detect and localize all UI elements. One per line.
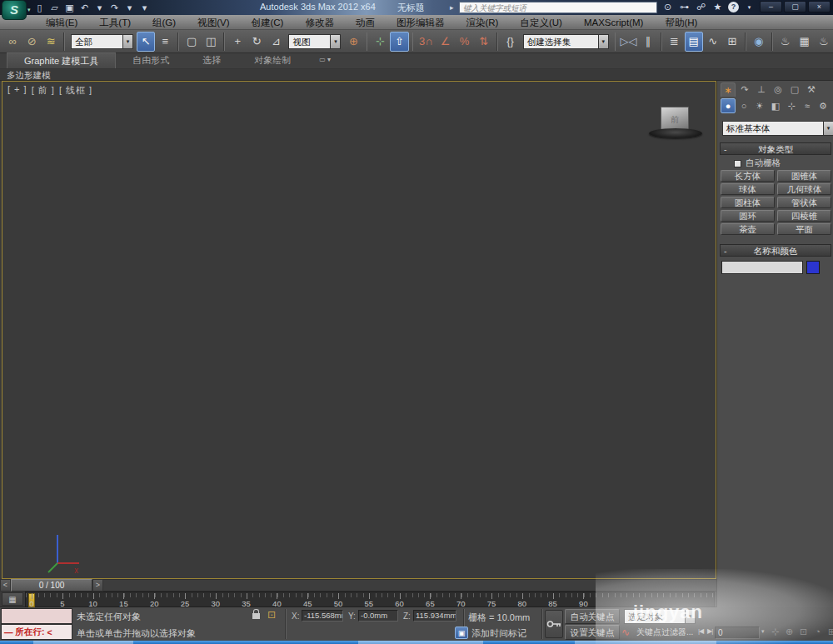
qat-customize-icon[interactable]: ▾ — [138, 2, 151, 13]
maxscript-mini-listener[interactable] — [1, 608, 72, 624]
selection-lock-icon[interactable] — [252, 613, 260, 619]
display-tab-icon[interactable]: ▢ — [787, 82, 802, 97]
ribbon-tab-0[interactable]: Graphite 建模工具 — [7, 52, 116, 68]
viewport[interactable]: [ + ] [ 前 ] [ 线框 ] 前 x — [2, 81, 716, 579]
maximize-button[interactable]: ▢ — [784, 1, 806, 12]
select-scale-icon[interactable]: ⊿ — [267, 32, 285, 52]
y-coordinate-field[interactable]: -0.0mm — [358, 610, 398, 622]
current-frame-field[interactable]: 0 — [715, 627, 760, 639]
object-type-button[interactable]: 圆锥体 — [777, 170, 831, 182]
selection-filter-dropdown[interactable]: 全部▾ — [71, 34, 133, 49]
menu-item-9[interactable]: 自定义(U) — [509, 15, 572, 30]
rectangular-selection-icon[interactable]: ▢ — [182, 32, 201, 52]
help-dropdown-icon[interactable]: ▾ — [743, 4, 756, 11]
hierarchy-tab-icon[interactable]: ⊥ — [754, 82, 769, 97]
previous-frame-button[interactable]: < — [0, 579, 11, 592]
app-logo-icon[interactable]: S — [2, 0, 27, 20]
subscription-key-icon[interactable]: ⊶ — [678, 2, 691, 12]
viewport-menu-pov[interactable]: [ 前 ] — [32, 84, 55, 97]
motion-tab-icon[interactable]: ◎ — [771, 82, 786, 97]
collapse-icon[interactable]: - — [724, 245, 727, 257]
layer-manager-icon[interactable]: ≣ — [666, 32, 684, 52]
viewcube-ring[interactable] — [649, 128, 702, 138]
ribbon-minimize-icon[interactable]: ▭ ▾ — [319, 52, 331, 68]
redo-dropdown-icon[interactable]: ▾ — [123, 2, 136, 13]
select-manipulate-icon[interactable]: ⊹ — [371, 32, 389, 52]
create-tab-icon[interactable]: ∗ — [721, 82, 736, 97]
redo-icon[interactable]: ↷ — [108, 2, 121, 13]
lights-category-icon[interactable]: ☀ — [752, 98, 767, 113]
track-bar-ruler[interactable]: 051015202530354045505560657075808590 — [25, 592, 715, 607]
mirror-icon[interactable]: ▷◁ — [619, 32, 637, 52]
material-editor-icon[interactable]: ◉ — [750, 32, 768, 52]
maxscript-listener-line[interactable]: — 所在行: < — [1, 624, 72, 640]
object-type-button[interactable]: 球体 — [721, 183, 775, 195]
object-type-button[interactable]: 四棱锥 — [777, 210, 831, 222]
schematic-view-icon[interactable]: ⊞ — [723, 32, 741, 52]
z-coordinate-field[interactable]: 115.934mm — [413, 610, 456, 622]
render-setup-icon[interactable]: ♨ — [776, 32, 795, 52]
ribbon-panel-row[interactable]: 多边形建模 — [0, 69, 833, 81]
cameras-category-icon[interactable]: ◧ — [768, 98, 783, 113]
menu-item-5[interactable]: 修改器 — [294, 15, 345, 30]
angle-snap-icon[interactable]: ∠ — [436, 32, 454, 52]
bind-to-spacewarp-icon[interactable]: ≋ — [42, 32, 60, 52]
menu-item-3[interactable]: 视图(V) — [187, 15, 240, 30]
chevron-down-icon[interactable]: ▾ — [330, 34, 341, 49]
geometry-category-icon[interactable]: ● — [721, 98, 736, 113]
infocenter-collapse-icon[interactable]: ▸ — [450, 3, 454, 12]
zoom-extents-icon[interactable]: ⊡ — [798, 627, 809, 638]
graphite-toggle-icon[interactable]: ▤ — [685, 32, 703, 52]
menu-item-1[interactable]: 工具(T) — [88, 15, 142, 30]
name-color-rollout[interactable]: - 名称和颜色 — [720, 244, 831, 257]
x-coordinate-field[interactable]: -115.568mm — [302, 610, 343, 622]
key-mode-dropdown[interactable]: 选定对象 ▾ — [624, 609, 696, 624]
snaps-toggle-icon[interactable]: 3∩ — [416, 32, 435, 52]
object-color-swatch[interactable] — [806, 261, 820, 274]
next-frame-icon[interactable]: ▶| — [707, 627, 712, 635]
object-type-button[interactable]: 圆柱体 — [721, 197, 775, 208]
select-and-link-icon[interactable]: ∞ — [3, 32, 22, 52]
select-rotate-icon[interactable]: ↻ — [247, 32, 266, 52]
chevron-down-icon[interactable]: ▾ — [598, 34, 609, 49]
chevron-down-icon[interactable]: ▾ — [122, 34, 133, 49]
ribbon-tab-2[interactable]: 选择 — [186, 52, 237, 68]
auto-key-button[interactable]: 自动关键点 — [565, 609, 620, 624]
percent-snap-icon[interactable]: % — [456, 32, 474, 52]
viewport-menu-general[interactable]: [ + ] — [7, 84, 27, 97]
mini-curve-editor-button[interactable]: ▦ — [2, 592, 23, 606]
add-time-tag[interactable]: 添加时间标记 — [471, 627, 526, 640]
minimize-button[interactable]: – — [760, 1, 782, 12]
time-slider-track[interactable] — [103, 579, 716, 591]
ribbon-tab-3[interactable]: 对象绘制 — [237, 52, 307, 68]
keyboard-override-icon[interactable]: ⇧ — [390, 32, 408, 52]
select-by-name-icon[interactable]: ≡ — [156, 32, 174, 52]
rendered-frame-icon[interactable]: ▦ — [796, 32, 814, 52]
object-type-button[interactable]: 管状体 — [777, 197, 831, 208]
set-key-button[interactable]: 设置关键点 — [565, 625, 620, 640]
app-menu-arrow-icon[interactable]: ▾ — [27, 7, 31, 13]
ribbon-tab-1[interactable]: 自由形式 — [116, 52, 186, 68]
menu-item-0[interactable]: 编辑(E) — [35, 15, 88, 30]
utilities-tab-icon[interactable]: ⚒ — [804, 82, 819, 97]
systems-category-icon[interactable]: ⚙ — [816, 98, 831, 113]
undo-icon[interactable]: ↶ — [78, 2, 91, 13]
spinner-snap-icon[interactable]: ⇅ — [475, 32, 493, 52]
object-name-input[interactable] — [721, 261, 803, 274]
menu-item-10[interactable]: MAXScript(M) — [573, 15, 655, 30]
next-frame-button[interactable]: > — [92, 579, 103, 592]
object-type-button[interactable]: 几何球体 — [777, 183, 831, 195]
menu-item-6[interactable]: 动画 — [345, 15, 386, 30]
menu-item-11[interactable]: 帮助(H) — [654, 15, 708, 30]
undo-dropdown-icon[interactable]: ▾ — [93, 2, 106, 13]
maximize-viewport-icon[interactable]: ⊞ — [826, 627, 833, 638]
viewport-menu-shading[interactable]: [ 线框 ] — [59, 84, 92, 97]
close-button[interactable]: × — [808, 1, 831, 12]
set-key-toggle-button[interactable] — [545, 610, 563, 638]
key-filters-button[interactable]: 关键点过滤器... — [636, 625, 696, 640]
pan-view-icon[interactable]: ⊹ — [770, 627, 781, 638]
object-type-button[interactable]: 长方体 — [721, 170, 775, 182]
window-crossing-icon[interactable]: ◫ — [202, 32, 220, 52]
search-icon[interactable]: ⊙ — [661, 2, 674, 12]
render-production-icon[interactable]: ♨ — [815, 32, 833, 52]
